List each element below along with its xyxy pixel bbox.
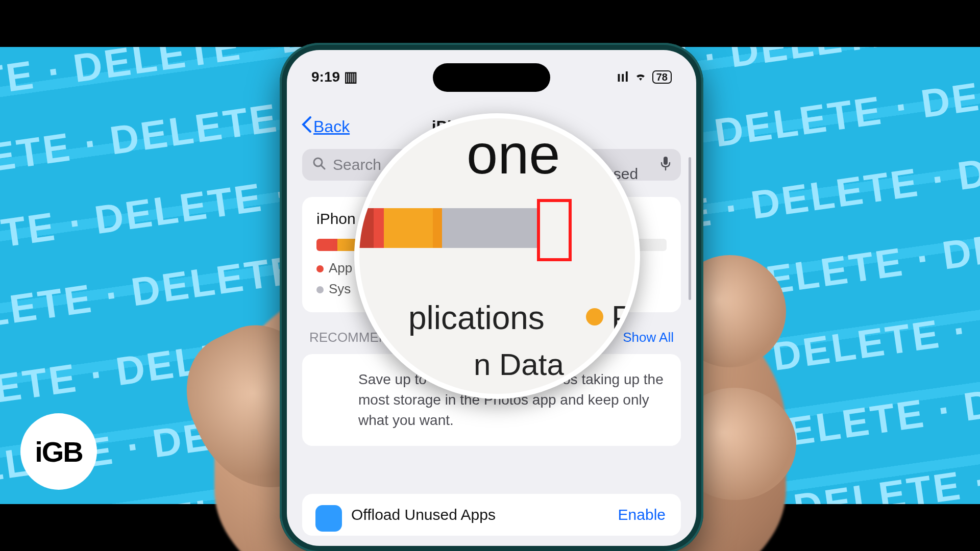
legend-system: Sys — [329, 281, 351, 296]
offload-apps-row[interactable]: Offload Unused Apps Enable — [302, 494, 681, 536]
status-left: 9:19 ▥ — [311, 68, 357, 85]
back-label: Back — [313, 117, 350, 136]
mag-text-one: one — [467, 121, 560, 186]
mag-text-data: n Data — [474, 347, 564, 382]
offload-title: Offload Unused Apps — [351, 506, 496, 523]
chevron-left-icon — [301, 116, 312, 137]
search-placeholder: Search — [333, 156, 381, 173]
mag-highlight-box — [537, 199, 572, 261]
legend-dot-system — [316, 286, 324, 293]
legend-dot-apps — [316, 265, 324, 272]
wifi-icon — [634, 69, 647, 85]
status-bar: 9:19 ▥ ııl 78 — [287, 68, 696, 85]
cellular-icon: ııl — [617, 69, 628, 85]
offload-enable-link[interactable]: Enable — [618, 506, 666, 523]
igb-logo-text: iGB — [35, 435, 83, 468]
mag-seg-orange2 — [433, 208, 442, 248]
scrollbar[interactable] — [689, 157, 691, 300]
status-right: ııl 78 — [617, 68, 672, 85]
search-icon — [312, 156, 326, 173]
show-all-link[interactable]: Show All — [623, 330, 674, 345]
mag-seg-orange — [384, 208, 433, 248]
svg-rect-2 — [664, 157, 668, 165]
magnifier-circle: one plications P n Data — [354, 113, 640, 399]
microphone-icon[interactable] — [660, 156, 671, 174]
mag-seg-grey — [442, 208, 539, 248]
mag-legend-dot-orange — [586, 308, 603, 325]
igb-logo: iGB — [20, 413, 97, 490]
legend-apps: App — [329, 260, 352, 276]
svg-line-1 — [321, 165, 325, 169]
letterbox-top — [0, 0, 980, 47]
appstore-icon — [315, 505, 342, 532]
dual-sim-icon: ▥ — [344, 69, 357, 85]
mag-seg-darkred — [359, 208, 374, 248]
device-label: iPhon — [316, 210, 356, 228]
mag-seg-red — [374, 208, 384, 248]
back-button[interactable]: Back — [301, 116, 350, 137]
storage-seg-apps — [316, 239, 337, 251]
battery-level: 78 — [652, 70, 672, 84]
status-time: 9:19 — [311, 69, 340, 85]
mag-text-applications: plications — [408, 299, 545, 337]
